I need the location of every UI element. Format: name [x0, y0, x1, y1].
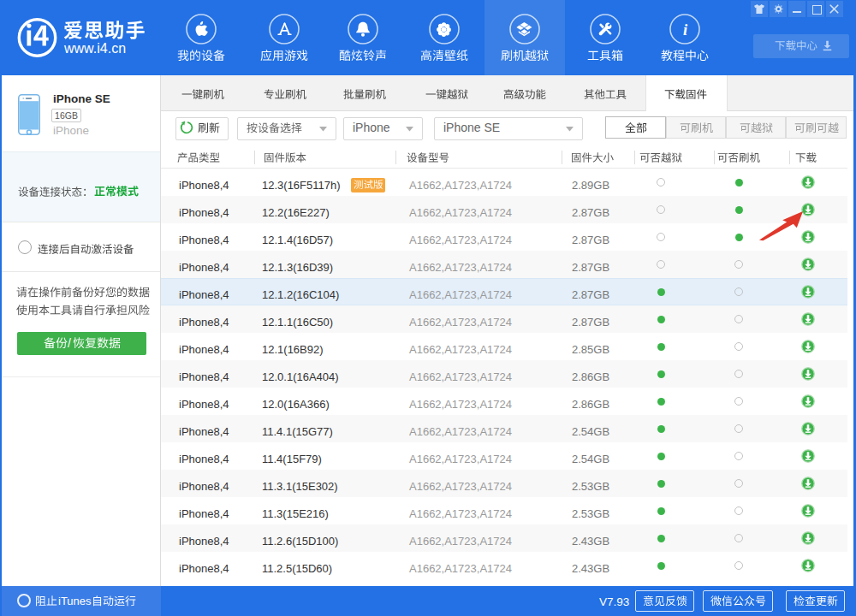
svg-text:i: i: [683, 21, 688, 38]
